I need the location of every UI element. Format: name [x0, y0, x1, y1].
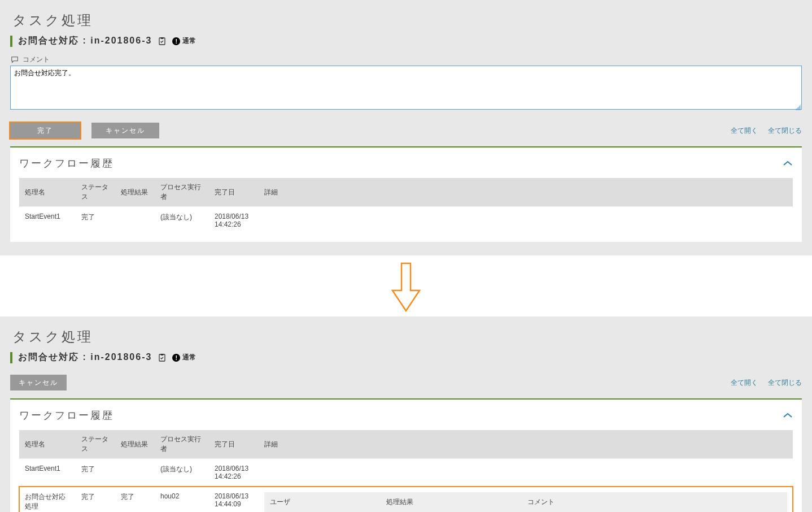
cell-status: 完了: [76, 487, 115, 513]
comment-icon: [10, 55, 19, 64]
clipboard-icon: [158, 37, 167, 46]
cell-name: StartEvent1: [19, 459, 76, 487]
button-row: キャンセル 全て開く 全て閉じる: [10, 375, 802, 390]
chevron-up-icon[interactable]: [783, 412, 793, 419]
history-title: ワークフロー履歴: [19, 157, 114, 170]
cell-date: 2018/06/13 14:42:26: [209, 207, 259, 235]
cell-result: [115, 459, 155, 487]
chevron-up-icon[interactable]: [783, 160, 793, 167]
detail-table: ユーザ 処理結果 コメント hou02 完了 お問合せ対応完了。: [264, 492, 787, 512]
table-row-highlighted: お問合せ対応処理 完了 完了 hou02 2018/06/13 14:44:09…: [19, 487, 793, 513]
task-header: お問合せ対応 : in-201806-3 ! 通常: [10, 352, 802, 363]
accent-bar: [10, 36, 12, 47]
expand-all-link[interactable]: 全て開く: [731, 378, 758, 388]
col-name: 処理名: [19, 430, 76, 459]
priority-badge: ! 通常: [172, 36, 196, 46]
priority-label: 通常: [182, 353, 196, 362]
col-detail: 詳細: [259, 178, 793, 207]
priority-label: 通常: [182, 36, 196, 46]
cell-status: 完了: [76, 207, 115, 235]
col-result: 処理結果: [115, 178, 155, 207]
col-status: ステータス: [76, 430, 115, 459]
history-table: 処理名 ステータス 処理結果 プロセス実行者 完了日 詳細 StartEvent…: [19, 430, 793, 512]
cell-executor: (該当なし): [155, 207, 209, 235]
col-detail: 詳細: [259, 430, 793, 459]
expand-all-link[interactable]: 全て開く: [731, 126, 758, 136]
history-table: 処理名 ステータス 処理結果 プロセス実行者 完了日 詳細 StartEvent…: [19, 178, 793, 234]
task-title: お問合せ対応 : in-201806-3: [18, 352, 152, 363]
col-date: 完了日: [209, 178, 259, 207]
collapse-all-link[interactable]: 全て閉じる: [768, 126, 802, 136]
page-title: タスク処理: [12, 11, 802, 29]
button-row: 完了 キャンセル 全て開く 全て閉じる: [10, 123, 802, 138]
complete-button[interactable]: 完了: [10, 123, 80, 138]
task-title: お問合せ対応 : in-201806-3: [18, 35, 152, 47]
cell-date: 2018/06/13 14:44:09: [209, 487, 259, 513]
history-title: ワークフロー履歴: [19, 409, 114, 422]
page-title: タスク処理: [12, 328, 802, 346]
arrow-down-icon: [389, 262, 423, 313]
col-name: 処理名: [19, 178, 76, 207]
cell-date: 2018/06/13 14:42:26: [209, 459, 259, 487]
task-header: お問合せ対応 : in-201806-3 ! 通常: [10, 35, 802, 47]
task-panel-after: タスク処理 お問合せ対応 : in-201806-3 ! 通常 キャンセル 全て…: [0, 316, 812, 512]
cell-status: 完了: [76, 459, 115, 487]
col-executor: プロセス実行者: [155, 430, 209, 459]
cell-result: [115, 207, 155, 235]
collapse-all-link[interactable]: 全て閉じる: [768, 378, 802, 388]
cell-executor: hou02: [155, 487, 209, 513]
svg-rect-1: [161, 37, 164, 39]
cell-executor: (該当なし): [155, 459, 209, 487]
accent-bar: [10, 352, 12, 363]
col-result: 処理結果: [115, 430, 155, 459]
dcol-result: 処理結果: [381, 493, 522, 512]
comment-label: コメント: [23, 55, 50, 64]
transition-arrow: [0, 262, 812, 313]
cell-detail: [259, 459, 793, 487]
cancel-button[interactable]: キャンセル: [10, 375, 67, 390]
svg-rect-3: [161, 354, 164, 355]
table-row: StartEvent1 完了 (該当なし) 2018/06/13 14:42:2…: [19, 459, 793, 487]
cell-detail: ユーザ 処理結果 コメント hou02 完了 お問合せ対応完了。: [259, 487, 793, 513]
exclamation-icon: !: [172, 37, 180, 45]
col-status: ステータス: [76, 178, 115, 207]
task-panel-before: タスク処理 お問合せ対応 : in-201806-3 ! 通常 コメント 完了 …: [0, 0, 812, 255]
table-row: StartEvent1 完了 (該当なし) 2018/06/13 14:42:2…: [19, 207, 793, 235]
clipboard-icon: [158, 353, 167, 362]
exclamation-icon: !: [172, 354, 180, 362]
col-executor: プロセス実行者: [155, 178, 209, 207]
cell-name: お問合せ対応処理: [19, 487, 76, 513]
col-date: 完了日: [209, 430, 259, 459]
cell-result: 完了: [115, 487, 155, 513]
dcol-user: ユーザ: [264, 493, 381, 512]
comment-label-row: コメント: [10, 55, 802, 64]
priority-badge: ! 通常: [172, 353, 196, 362]
cancel-button[interactable]: キャンセル: [91, 123, 159, 138]
workflow-history: ワークフロー履歴 処理名 ステータス 処理結果 プロセス実行者 完了日 詳細: [10, 147, 802, 242]
cell-name: StartEvent1: [19, 207, 76, 235]
cell-detail: [259, 207, 793, 235]
comment-input[interactable]: [10, 66, 802, 110]
workflow-history: ワークフロー履歴 処理名 ステータス 処理結果 プロセス実行者 完了日 詳細: [10, 400, 802, 512]
dcol-comment: コメント: [522, 493, 787, 512]
